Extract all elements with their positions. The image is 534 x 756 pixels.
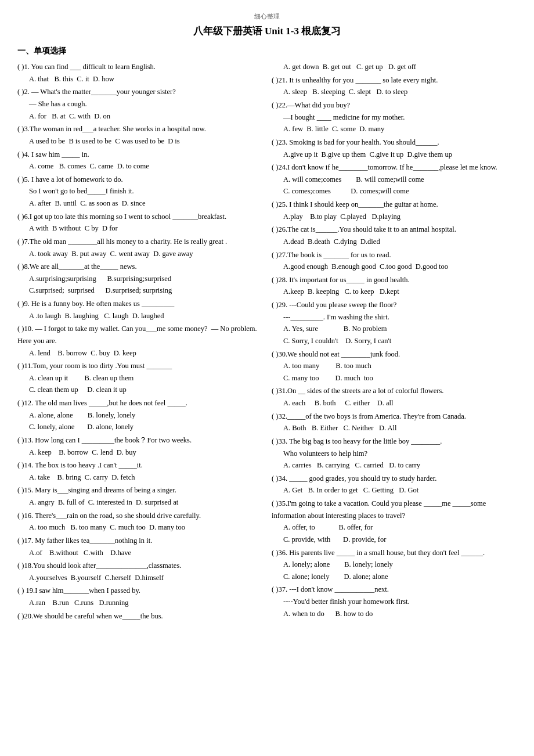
question-19: ( ) 19.I saw him_______when I passed by.… (17, 585, 262, 609)
question-17: ( )17. My father likes tea_______nothing… (17, 535, 262, 559)
question-15: ( )15. Mary is___singing and dreams of b… (17, 484, 262, 508)
question-31: ( )31.On __ sides of the streets are a l… (272, 385, 517, 409)
question-37: ( )37. ---I don't know ___________next. … (272, 584, 517, 620)
question-35: ( )35.I'm going to take a vacation. Coul… (272, 498, 517, 546)
question-6: ( )6.I got up too late this morning so I… (17, 211, 262, 235)
section-title: 一、单项选择 (17, 45, 517, 57)
question-28: ( )28. It's important for us_____ in goo… (272, 274, 517, 298)
question-16: ( )16. There's___rain on the road, so sh… (17, 510, 262, 534)
question-7: ( )7.The old man ________all his money t… (17, 236, 262, 260)
question-23: ( )23. Smoking is bad for your health. Y… (272, 136, 517, 160)
left-column: ( )1. You can find ___ difficult to lear… (17, 61, 262, 623)
question-14: ( )14. The box is too heavy .I can't ___… (17, 459, 262, 483)
question-26: ( )26.The cat is______.You should take i… (272, 224, 517, 247)
question-10: ( )10. — I forgot to take my wallet. Can… (17, 323, 262, 359)
question-11: ( )11.Tom, your room is too dirty .You m… (17, 360, 262, 396)
question-30: ( )30.We should not eat ________junk foo… (272, 348, 517, 384)
question-24: ( )24.I don't know if he________tomorrow… (272, 161, 517, 197)
question-32: ( )32._____of the two boys is from Ameri… (272, 411, 517, 434)
question-3: ( )3.The woman in red___a teacher. She w… (17, 123, 262, 147)
question-33: ( )33. The big bag is too heavy for the … (272, 435, 517, 471)
question-8: ( )8.We are all_______at the_____ news. … (17, 261, 262, 297)
question-2: ( )2. — What's the matter_______your you… (17, 86, 262, 122)
question-27: ( )27.The book is _______ for us to read… (272, 249, 517, 273)
question-1: ( )1. You can find ___ difficult to lear… (17, 61, 262, 85)
top-label: 细心整理 (17, 12, 517, 22)
question-34: ( )34. _____ good grades, you should try… (272, 473, 517, 496)
right-column: A. get down B. get out C. get up D. get … (272, 61, 517, 623)
main-title: 八年级下册英语 Unit 1-3 根底复习 (17, 23, 517, 39)
question-29: ( )29. ---Could you please sweep the flo… (272, 299, 517, 347)
question-22: ( )22.—What did you buy? —I bought ____ … (272, 99, 517, 135)
question-21: ( )21. It is unhealthy for you _______ s… (272, 74, 517, 98)
question-12: ( )12. The old man lives _____,but he do… (17, 397, 262, 433)
question-4: ( )4. I saw him _____ in. A. come B. com… (17, 149, 262, 172)
question-25: ( )25. I think I should keep on_______th… (272, 199, 517, 222)
question-20-options: A. get down B. get out C. get up D. get … (272, 61, 517, 73)
question-18: ( )18.You should look after_____________… (17, 560, 262, 584)
question-13: ( )13. How long can I _________the book？… (17, 434, 262, 458)
question-36: ( )36. His parents live _____ in a small… (272, 547, 517, 583)
question-5: ( )5. I have a lot of homework to do. So… (17, 174, 262, 210)
question-20: ( )20.We should be careful when we_____t… (17, 610, 262, 622)
question-9: ( )9. He is a funny boy. He often makes … (17, 298, 262, 322)
